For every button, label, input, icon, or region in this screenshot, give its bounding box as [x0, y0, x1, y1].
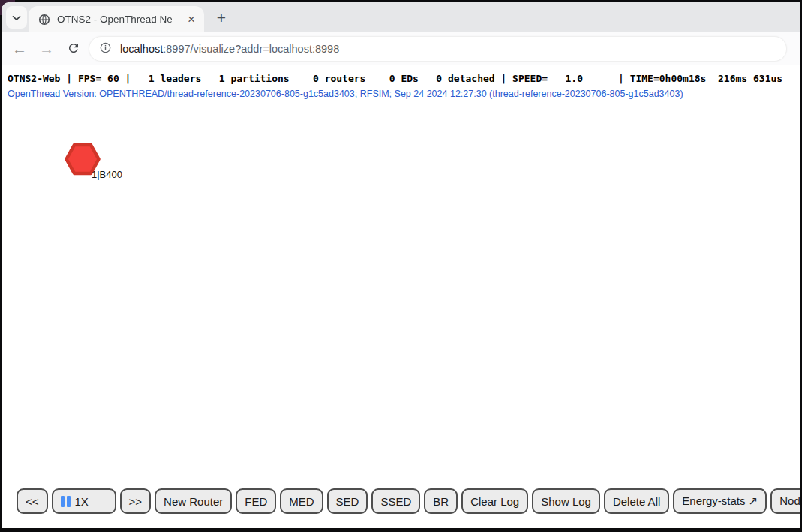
- openthread-version-line: OpenThread Version: OPENTHREAD/thread-re…: [8, 89, 683, 99]
- new-br-button[interactable]: BR: [424, 488, 458, 514]
- navigation-toolbar: ← → localhost:8997/visualize?addr=localh…: [2, 32, 800, 65]
- energy-stats-button[interactable]: Energy-stats ↗: [673, 488, 767, 514]
- clear-log-button[interactable]: Clear Log: [461, 488, 528, 514]
- url-host: localhost: [120, 43, 163, 55]
- forward-button[interactable]: →: [34, 32, 59, 65]
- pause-icon: [61, 496, 71, 507]
- url-path: :8997/visualize?addr=localhost:8998: [163, 43, 339, 55]
- node-label: 1|B400: [92, 169, 122, 180]
- simulator-status-line: OTNS2-Web | FPS= 60 | 1 leaders 1 partit…: [8, 73, 782, 84]
- new-router-button[interactable]: New Router: [155, 488, 232, 514]
- speed-up-button[interactable]: >>: [120, 488, 152, 514]
- reload-button[interactable]: [61, 32, 86, 65]
- new-ssed-button[interactable]: SSED: [371, 488, 420, 514]
- new-sed-button[interactable]: SED: [327, 488, 368, 514]
- show-log-button[interactable]: Show Log: [532, 488, 600, 514]
- new-med-button[interactable]: MED: [280, 488, 323, 514]
- globe-favicon-icon: [38, 14, 50, 26]
- new-fed-button[interactable]: FED: [236, 488, 276, 514]
- node-stats-button[interactable]: Node-stats ↗: [770, 488, 800, 514]
- url-text[interactable]: localhost:8997/visualize?addr=localhost:…: [120, 43, 339, 55]
- info-icon[interactable]: [100, 42, 111, 56]
- tab-title: OTNS2 - OpenThread Ne: [57, 14, 186, 25]
- tab-search-button[interactable]: [6, 6, 27, 29]
- speed-value-label: 1X: [75, 495, 89, 508]
- action-bar: << 1X >> New Router FED MED SED SSED BR …: [17, 488, 800, 514]
- close-tab-icon[interactable]: ×: [186, 14, 197, 26]
- reload-icon: [67, 41, 80, 57]
- pause-speed-button[interactable]: 1X: [52, 488, 116, 514]
- browser-window-frame: OTNS2 - OpenThread Ne × + ← →: [0, 0, 802, 532]
- tab-active[interactable]: OTNS2 - OpenThread Ne ×: [29, 6, 204, 32]
- new-tab-button[interactable]: +: [211, 8, 232, 29]
- speed-down-button[interactable]: <<: [17, 488, 48, 514]
- simulation-canvas[interactable]: OTNS2-Web | FPS= 60 | 1 leaders 1 partit…: [2, 65, 800, 524]
- delete-all-button[interactable]: Delete All: [604, 488, 669, 514]
- back-button[interactable]: ←: [7, 32, 32, 65]
- address-bar[interactable]: localhost:8997/visualize?addr=localhost:…: [89, 36, 787, 62]
- chevron-down-icon: [12, 12, 21, 23]
- browser-window: OTNS2 - OpenThread Ne × + ← →: [2, 2, 800, 528]
- tab-strip: OTNS2 - OpenThread Ne × +: [2, 2, 800, 32]
